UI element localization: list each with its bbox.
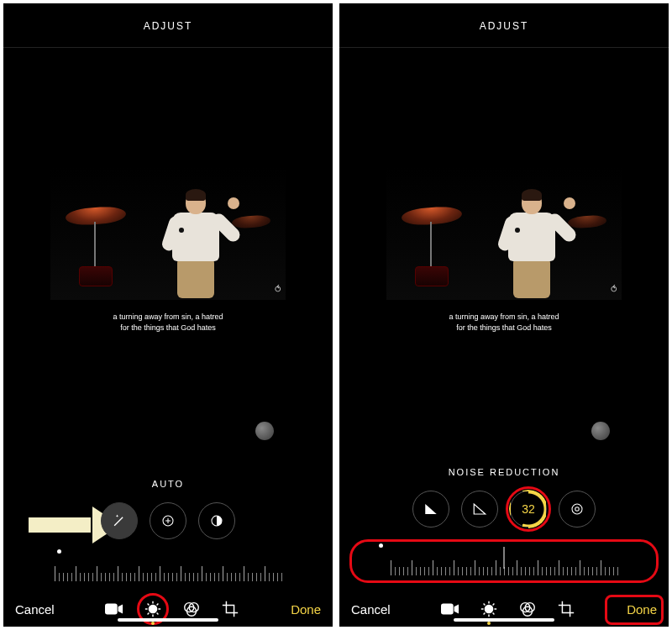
bottom-toolbar: Cancel Done	[339, 590, 669, 627]
svg-rect-9	[441, 604, 454, 615]
contrast-icon	[209, 513, 224, 528]
noise-reduction-button[interactable]: 32	[510, 491, 547, 528]
home-indicator[interactable]	[454, 618, 554, 622]
video-frame: ⥀	[50, 165, 286, 300]
editor-screen-noise: ADJUST ⥀ a turning away from sin, a hatr…	[339, 3, 669, 627]
playhead-dot[interactable]	[255, 422, 274, 440]
auto-enhance-button[interactable]	[101, 502, 138, 539]
adjust-mode-button[interactable]	[480, 600, 498, 618]
bottom-toolbar: Cancel Done	[3, 590, 333, 627]
home-indicator[interactable]	[118, 618, 218, 622]
adjust-dial-icon	[480, 600, 498, 618]
magic-wand-icon	[111, 512, 128, 529]
highlight-box	[605, 595, 664, 625]
page-title: ADJUST	[339, 3, 669, 48]
svg-point-10	[486, 605, 493, 612]
playhead-dot[interactable]	[591, 422, 610, 440]
video-mode-button[interactable]	[441, 600, 459, 618]
adjust-tools-row: 32	[339, 491, 669, 536]
filters-icon	[182, 600, 201, 618]
exposure-button[interactable]	[150, 502, 186, 539]
filters-icon	[518, 600, 537, 618]
tool-label: AUTO	[3, 472, 333, 502]
video-preview[interactable]: ⥀ a turning away from sin, a hatred for …	[339, 48, 669, 460]
video-icon	[441, 602, 459, 616]
video-icon	[105, 602, 123, 616]
svg-point-8	[575, 507, 580, 512]
video-mode-button[interactable]	[105, 600, 123, 618]
video-preview[interactable]: ⥀ a turning away from sin, a hatred for …	[3, 48, 333, 472]
value-slider[interactable]: /*ticks drawn below via template*/	[3, 548, 333, 590]
loop-icon: ⥀	[275, 284, 281, 295]
cancel-button[interactable]: Cancel	[351, 602, 391, 617]
done-button[interactable]: Done	[291, 602, 321, 617]
sharpness-icon	[423, 501, 438, 517]
crop-icon	[557, 600, 575, 618]
tool-label: NOISE REDUCTION	[339, 460, 669, 491]
vignette-icon	[570, 501, 585, 517]
filters-mode-button[interactable]	[182, 600, 201, 618]
crop-mode-button[interactable]	[557, 600, 575, 618]
slider-center-mark	[504, 547, 505, 569]
subtitle-text: a turning away from sin, a hatred for th…	[113, 312, 223, 333]
adjust-tools-row	[3, 502, 333, 548]
highlight-ring	[506, 486, 551, 532]
sharpness-button[interactable]	[412, 491, 449, 528]
crop-mode-button[interactable]	[221, 600, 239, 618]
subtitle-text: a turning away from sin, a hatred for th…	[449, 312, 559, 333]
editor-screen-auto: ADJUST ⥀ a turning away from sin, a hatr…	[3, 3, 333, 627]
svg-point-7	[572, 504, 582, 514]
definition-button[interactable]	[461, 491, 498, 528]
vignette-button[interactable]	[559, 491, 596, 528]
crop-icon	[221, 600, 239, 618]
cancel-button[interactable]: Cancel	[15, 602, 55, 617]
contrast-button[interactable]	[198, 502, 235, 539]
video-frame: ⥀	[386, 165, 622, 300]
value-slider[interactable]	[349, 539, 659, 583]
exposure-icon	[160, 513, 176, 528]
adjust-mode-button[interactable]	[144, 600, 162, 618]
definition-icon	[472, 501, 487, 517]
page-title: ADJUST	[3, 3, 333, 48]
loop-icon: ⥀	[611, 284, 617, 295]
filters-mode-button[interactable]	[518, 600, 537, 618]
svg-rect-2	[105, 604, 118, 615]
